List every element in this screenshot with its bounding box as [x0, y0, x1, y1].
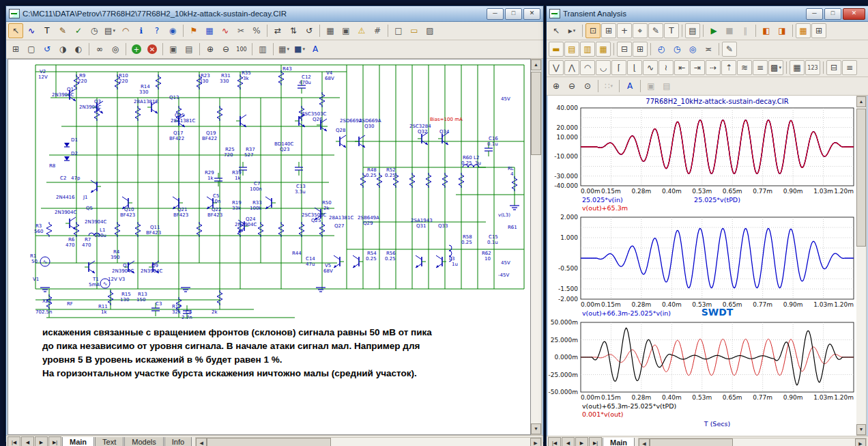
scroll-down-button[interactable]: ▼ [856, 424, 866, 435]
close-button[interactable]: ✕ [523, 8, 540, 20]
plot-pane-3-icon[interactable]: ▥ [580, 42, 595, 57]
page-icon[interactable]: ▢ [24, 42, 39, 57]
grid-toggle-icon[interactable]: ▦ [323, 23, 338, 38]
scroll-left-button[interactable]: ◀ [639, 438, 650, 446]
copy-icon[interactable]: ▣ [166, 42, 181, 57]
scroll-thumb[interactable] [856, 109, 866, 247]
scale-mode-icon[interactable]: ⊞ [601, 23, 616, 38]
schematic-titlebar[interactable]: C:\MC11\DATA\Petrov\77R68H2\77R68H2_10kH… [6, 6, 543, 22]
minimize-button[interactable]: ─ [487, 8, 504, 20]
grid-density-icon[interactable]: ∷▾ [601, 79, 616, 94]
select-arrow-icon[interactable]: ↖ [549, 23, 564, 38]
scroll-thumb[interactable] [207, 438, 331, 446]
split-vertical-icon[interactable]: ⊞ [633, 42, 648, 57]
zoom-out-icon[interactable]: ⊖ [564, 79, 579, 94]
cursor-right-icon[interactable]: ⇥ [690, 60, 705, 75]
find-icon[interactable]: ∞ [92, 42, 107, 57]
plot-pane-2-icon[interactable]: ▤ [564, 42, 579, 57]
web-icon[interactable]: ◉ [165, 23, 180, 38]
scroll-right-button[interactable]: ▶ [530, 438, 541, 446]
branch-icon[interactable]: ≋ [737, 60, 752, 75]
edit-annotation-icon[interactable]: ✎ [722, 42, 737, 57]
horizontal-scrollbar[interactable]: ◀▶ [638, 438, 867, 446]
scope-b-icon[interactable]: ◨ [775, 23, 790, 38]
select-arrow-icon[interactable]: ↖ [8, 23, 23, 38]
wire-mode-icon[interactable]: ∿ [24, 23, 39, 38]
pan-mode-icon[interactable]: + [617, 23, 632, 38]
minimize-button[interactable]: ─ [806, 8, 823, 20]
maximize-button[interactable]: □ [824, 8, 841, 20]
analysis-limits-icon[interactable]: ▦ [202, 23, 217, 38]
maximize-button[interactable]: □ [505, 8, 522, 20]
mirror-h-icon[interactable]: ⇄ [270, 23, 285, 38]
copy-icon[interactable]: ▣ [643, 79, 659, 94]
plot-pane-4-icon[interactable]: ▦ [596, 42, 611, 57]
stack-icon[interactable]: ≡ [753, 60, 768, 75]
calculator-icon[interactable]: ▦ [790, 60, 805, 75]
prev-page-button[interactable]: ◀ [21, 436, 34, 446]
next-low-icon[interactable]: ⋁ [549, 60, 564, 75]
find-next-icon[interactable]: ◎ [108, 42, 123, 57]
grid-snap-icon[interactable]: # [370, 23, 385, 38]
normalize-icon[interactable]: ⊟ [826, 60, 841, 75]
performance-icon[interactable]: ▤ [685, 23, 700, 38]
tab-models[interactable]: Models [124, 437, 163, 446]
mirror-icon[interactable]: ◑ [55, 42, 70, 57]
paste-icon[interactable]: ▤ [182, 42, 197, 57]
probe-icon[interactable]: ▸▾ [564, 23, 579, 38]
scroll-track[interactable] [856, 107, 866, 424]
rotate-icon[interactable]: ↺ [302, 23, 317, 38]
disable-icon[interactable]: ✕ [145, 42, 160, 57]
first-page-button[interactable]: |◀ [8, 436, 20, 446]
run-icon[interactable]: ▶ [706, 23, 721, 38]
split-horizontal-icon[interactable]: ⊟ [617, 42, 632, 57]
cursor-left-icon[interactable]: ⇤ [674, 60, 689, 75]
scroll-right-button[interactable]: ▶ [855, 438, 866, 446]
go-to-y-icon[interactable]: ⇡ [721, 60, 736, 75]
enable-icon[interactable]: + [129, 42, 144, 57]
peak-icon[interactable]: ◠ [580, 60, 595, 75]
zoom-window-icon[interactable]: ⊡ [585, 23, 601, 38]
pages-icon[interactable]: ▤▾ [102, 23, 117, 38]
scroll-track[interactable] [531, 70, 541, 423]
inflection-icon[interactable]: ∿ [643, 60, 658, 75]
analysis-vertical-scrollbar[interactable]: ▲▼ [856, 96, 867, 436]
scope-a-icon[interactable]: ◧ [759, 23, 774, 38]
next-page-button[interactable]: ▶ [35, 436, 48, 446]
zoom-out-icon[interactable]: ⊖ [218, 42, 233, 57]
check-tool-icon[interactable]: ✓ [71, 23, 86, 38]
next-page-button[interactable]: ▶ [575, 437, 588, 446]
zoom-value-icon[interactable]: 100 [234, 42, 249, 57]
clock-source-icon[interactable]: ◷ [87, 23, 102, 38]
scroll-thumb[interactable] [531, 72, 541, 155]
scroll-up-button[interactable]: ▲ [531, 59, 541, 70]
tab-text[interactable]: Text [95, 437, 124, 446]
schematic-vertical-scrollbar[interactable]: ▲▼ [531, 59, 542, 435]
scroll-left-button[interactable]: ◀ [196, 438, 207, 446]
cursor-mode-icon[interactable]: ⌖ [633, 23, 648, 38]
zoom-auto-icon[interactable]: ⊙ [580, 79, 595, 94]
font-icon[interactable]: A [308, 42, 323, 57]
slope-icon[interactable]: ≀ [659, 60, 674, 75]
close-button[interactable]: ✕ [843, 8, 865, 20]
valley-icon[interactable]: ◡ [596, 60, 611, 75]
analysis-titlebar[interactable]: Transient Analysis ─□✕ [547, 6, 868, 22]
tab-info[interactable]: Info [164, 437, 192, 446]
next-high-icon[interactable]: ⋀ [564, 60, 579, 75]
flip-icon[interactable]: ◐ [71, 42, 86, 57]
grid-pattern-icon[interactable]: ▦▾ [276, 42, 291, 57]
camera-icon[interactable]: ▥ [255, 42, 270, 57]
rotate-ccw-icon[interactable]: ↺ [40, 42, 55, 57]
ruler-grid-icon[interactable]: ⊞ [811, 23, 826, 38]
new-sheet-icon[interactable]: □ [391, 23, 406, 38]
color-bands-icon[interactable]: ▩▾ [768, 60, 783, 75]
last-page-button[interactable]: ▶| [589, 437, 602, 446]
charts-canvas[interactable]: 77R68H2_10kHz-attack-sustain-decay.CIR0.… [548, 96, 856, 436]
scissors-icon[interactable]: ✂ [233, 23, 248, 38]
help-icon[interactable]: ? [149, 23, 164, 38]
waveform-probe-icon[interactable]: ∿ [218, 23, 233, 38]
info-icon[interactable]: ℹ [134, 23, 149, 38]
global-high-icon[interactable]: ⌈ [611, 60, 626, 75]
zoom-next-icon[interactable]: ◷ [669, 42, 684, 57]
scroll-up-button[interactable]: ▲ [856, 96, 866, 107]
